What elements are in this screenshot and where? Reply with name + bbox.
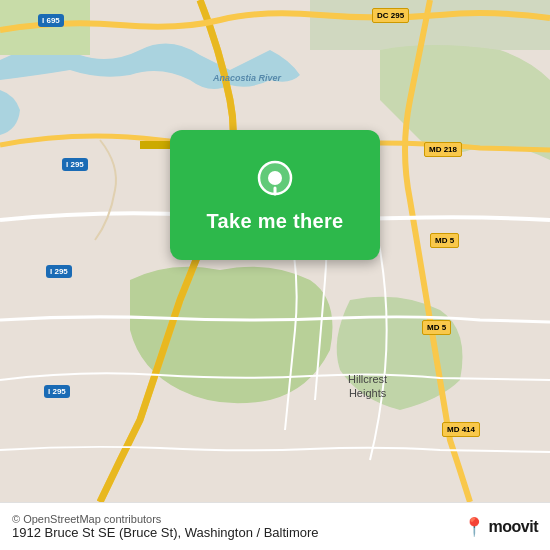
location-pin-icon (253, 158, 297, 202)
moovit-logo: 📍 moovit (463, 516, 538, 538)
road-label-md5-1: MD 5 (430, 233, 459, 248)
svg-point-4 (268, 171, 282, 185)
road-label-i295-2: I 295 (46, 265, 72, 278)
bottom-bar: © OpenStreetMap contributors 1912 Bruce … (0, 502, 550, 550)
address-text: 1912 Bruce St SE (Bruce St), Washington … (12, 525, 455, 540)
map-container: I 695 DC 295 I 295 I 295 I 295 MD 218 MD… (0, 0, 550, 550)
road-label-i695: I 695 (38, 14, 64, 27)
moovit-pin-icon: 📍 (463, 516, 485, 538)
road-label-md218: MD 218 (424, 142, 462, 157)
road-label-i295-1: I 295 (62, 158, 88, 171)
road-label-i295-3: I 295 (44, 385, 70, 398)
address-value: 1912 Bruce St SE (Bruce St), Washington … (12, 525, 319, 540)
road-label-dc295: DC 295 (372, 8, 409, 23)
take-me-there-button[interactable]: Take me there (170, 130, 380, 260)
road-label-md414: MD 414 (442, 422, 480, 437)
place-label-hillcrest: HillcrestHeights (348, 372, 387, 401)
cta-label: Take me there (207, 210, 344, 233)
copyright-text: © OpenStreetMap contributors (12, 513, 455, 525)
road-label-md5-2: MD 5 (422, 320, 451, 335)
moovit-brand: moovit (489, 518, 538, 536)
water-label: Anacostia River (210, 72, 284, 84)
